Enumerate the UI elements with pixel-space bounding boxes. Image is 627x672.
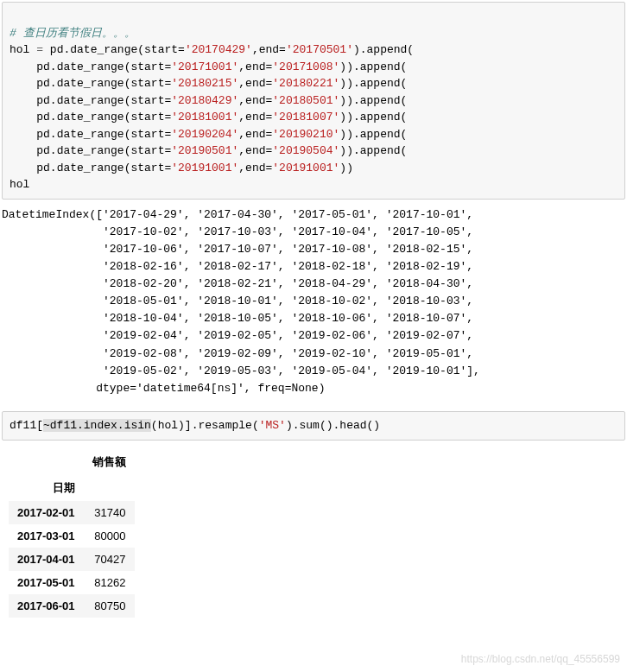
code-line-1: hol = pd.date_range(start='20170429',end… (10, 43, 414, 56)
code-line: df11[~df11.index.isin(hol)].resample('MS… (10, 419, 380, 432)
code-line-5: pd.date_range(start='20181001',end='2018… (10, 111, 407, 124)
table-row: 2017-03-0180000 (9, 524, 135, 548)
table-row: 2017-02-0131740 (9, 501, 135, 524)
table-header-row: 销售额 (9, 449, 135, 475)
table-row: 2017-04-0170427 (9, 548, 135, 571)
table-row: 2017-05-0181262 (9, 571, 135, 594)
code-line-7: pd.date_range(start='20190501',end='2019… (10, 144, 407, 157)
code-cell-1: # 查日历看节假日。。。 hol = pd.date_range(start='… (2, 2, 625, 200)
code-line-8: pd.date_range(start='20191001',end='2019… (10, 162, 353, 174)
output-cell-1: DatetimeIndex(['2017-04-29', '2017-04-30… (0, 205, 627, 410)
code-cell-2: df11[~df11.index.isin(hol)].resample('MS… (2, 411, 625, 441)
code-line-2: pd.date_range(start='20171001',end='2017… (10, 60, 407, 73)
table-index-row: 日期 (9, 475, 135, 501)
code-line-last: hol (10, 178, 29, 191)
code-line-4: pd.date_range(start='20180429',end='2018… (10, 94, 407, 107)
table-row: 2017-06-0180750 (9, 594, 135, 618)
table-col-header: 销售额 (84, 449, 135, 475)
code-line-6: pd.date_range(start='20190204',end='2019… (10, 128, 407, 141)
output-table: 销售额 日期 2017-02-0131740 2017-03-0180000 2… (9, 449, 135, 618)
code-line-3: pd.date_range(start='20180215',end='2018… (10, 77, 407, 90)
code-comment: # 查日历看节假日。。。 (10, 27, 136, 40)
table-index-name: 日期 (9, 475, 84, 501)
